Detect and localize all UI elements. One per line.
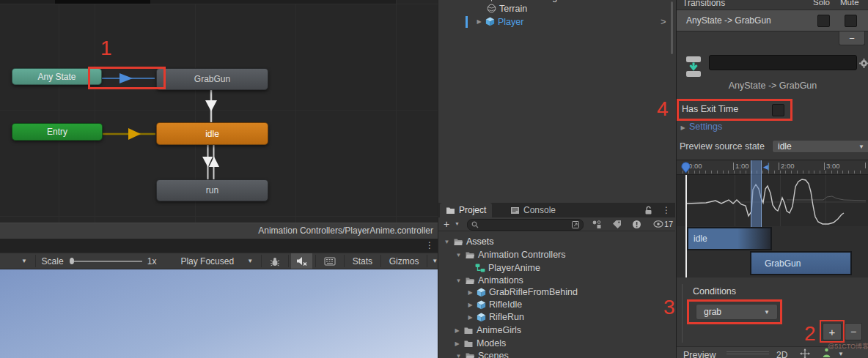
eye-icon[interactable] bbox=[653, 220, 663, 228]
toolbar-divider bbox=[344, 255, 345, 267]
project-search-input[interactable] bbox=[467, 219, 584, 231]
annotation-number-1: 1 bbox=[100, 38, 112, 59]
playhead-line[interactable] bbox=[685, 175, 687, 277]
tree-item-playeranime[interactable]: PlayerAnime bbox=[475, 262, 540, 274]
annotation-box-3 bbox=[687, 299, 782, 324]
search-by-type-icon[interactable] bbox=[592, 220, 602, 229]
collapse-arrow-icon[interactable]: ▼ bbox=[455, 252, 462, 258]
hierarchy-panel: Directional Light Terrain ▶ Player > bbox=[438, 0, 675, 203]
toolbar-divider bbox=[380, 255, 381, 267]
stats-button[interactable]: Stats bbox=[347, 253, 378, 269]
tree-item-animation-controllers[interactable]: ▼ Animation Controllers bbox=[455, 249, 566, 261]
playhead-handle-icon[interactable] bbox=[680, 162, 691, 174]
project-toolbar: + ▼ 17 bbox=[438, 217, 675, 231]
expand-arrow-icon[interactable]: ▶ bbox=[476, 18, 482, 25]
animator-breadcrumb-bar: Animation Controllers/PlayerAnime.contro… bbox=[0, 223, 438, 239]
game-menu-icon[interactable]: ⋮ bbox=[425, 240, 434, 250]
state-node-run[interactable]: run bbox=[156, 179, 268, 201]
clip-bar-idle[interactable]: idle bbox=[687, 227, 772, 250]
animator-graph-canvas[interactable]: Any State GrabGun Entry idle run 1 bbox=[0, 0, 438, 223]
preview-drag-handle[interactable] bbox=[727, 351, 769, 352]
open-search-icon[interactable] bbox=[571, 220, 580, 229]
game-view[interactable] bbox=[0, 269, 438, 358]
debug-bug-button[interactable] bbox=[265, 253, 285, 269]
tree-item-rifleidle[interactable]: ▶ RifleIdle bbox=[467, 299, 522, 310]
settings-foldout-arrow-icon[interactable]: ▶ bbox=[680, 124, 686, 131]
transition-end-marker-icon[interactable]: ◀▏ bbox=[763, 163, 773, 171]
create-asset-chevron-icon[interactable]: ▼ bbox=[455, 221, 460, 226]
preview-drag-handle[interactable] bbox=[727, 354, 769, 354]
prefab-chevron-icon[interactable]: > bbox=[661, 16, 666, 27]
expand-arrow-icon[interactable]: ▶ bbox=[454, 327, 460, 334]
mute-audio-button[interactable] bbox=[291, 253, 312, 269]
collapse-arrow-icon[interactable]: ▼ bbox=[455, 353, 462, 358]
preview-source-dropdown[interactable]: idle ▼ bbox=[772, 140, 868, 153]
game-toolbar: ▼ Scale 1x Play Focused ▼ Stats Gizmos ▼ bbox=[0, 253, 438, 269]
remove-condition-button[interactable]: − bbox=[845, 323, 862, 340]
gizmos-dropdown[interactable]: Gizmos bbox=[384, 253, 424, 269]
annotation-box-4 bbox=[677, 99, 792, 121]
tree-item-models[interactable]: ▶ Models bbox=[454, 338, 506, 349]
console-icon bbox=[510, 206, 520, 215]
tree-item-assets[interactable]: ▼ Assets bbox=[444, 236, 494, 247]
state-node-entry[interactable]: Entry bbox=[12, 123, 103, 141]
create-asset-button[interactable]: + bbox=[444, 218, 449, 230]
expand-arrow-icon[interactable]: ▶ bbox=[454, 340, 460, 347]
shortcuts-button[interactable] bbox=[319, 253, 341, 269]
collapse-arrow-icon[interactable]: ▼ bbox=[444, 239, 450, 245]
annotation-box-1 bbox=[88, 67, 166, 89]
speaker-muted-icon bbox=[296, 256, 307, 266]
hidden-count-icon[interactable] bbox=[632, 220, 641, 229]
clip-bar-grabgun[interactable]: GrabGun bbox=[750, 251, 852, 275]
transition-name-field[interactable] bbox=[709, 55, 857, 70]
project-menu-icon[interactable]: ⋮ bbox=[662, 205, 671, 215]
project-tab-bar: Project Console ⋮ bbox=[438, 203, 675, 217]
tree-item-animations[interactable]: ▼ Animations bbox=[455, 275, 523, 286]
hierarchy-item-player[interactable]: ▶ Player bbox=[476, 15, 523, 28]
transition-list-item[interactable]: AnyState -> GrabGun bbox=[677, 10, 868, 31]
preview-2d-button[interactable]: 2D bbox=[776, 350, 787, 358]
state-node-grabgun[interactable]: GrabGun bbox=[156, 68, 268, 90]
annotation-box-2 bbox=[820, 320, 845, 343]
unity-editor-window: Any State GrabGun Entry idle run 1 Anima… bbox=[0, 0, 868, 358]
solo-checkbox[interactable] bbox=[817, 15, 830, 27]
transition-window-band[interactable] bbox=[751, 160, 762, 228]
transitions-header: Transitions bbox=[683, 0, 725, 8]
inspector-panel: Transitions Solo Mute AnyState -> GrabGu… bbox=[676, 0, 868, 358]
tab-console[interactable]: Console bbox=[504, 203, 562, 217]
collapse-arrow-icon[interactable]: ▼ bbox=[455, 277, 462, 284]
gear-icon[interactable] bbox=[859, 59, 868, 68]
avatar-chevron-icon[interactable]: ▼ bbox=[838, 351, 844, 357]
animator-controller-icon bbox=[475, 263, 485, 273]
scale-slider-track[interactable] bbox=[74, 261, 142, 262]
tree-item-animegirls[interactable]: ▶ AnimeGirls bbox=[454, 324, 521, 336]
hierarchy-scrollbar[interactable] bbox=[671, 1, 673, 54]
breadcrumb: Animation Controllers/PlayerAnime.contro… bbox=[258, 225, 433, 236]
middle-column: Directional Light Terrain ▶ Player > Pro… bbox=[438, 0, 674, 358]
hierarchy-item-terrain[interactable]: Terrain bbox=[487, 2, 527, 15]
expand-arrow-icon[interactable]: ▶ bbox=[467, 289, 474, 296]
folder-open-icon bbox=[465, 352, 475, 358]
tree-item-grabriflefrombehind[interactable]: ▶ GrabRifleFromBehind bbox=[467, 286, 578, 298]
settings-foldout[interactable]: Settings bbox=[689, 122, 722, 132]
transition-timeline[interactable]: 0:00 1:00 2:00 3:00 ◀▏ idle Gr bbox=[677, 160, 868, 277]
tree-item-riflerun[interactable]: ▶ RifleRun bbox=[467, 311, 524, 323]
tab-project[interactable]: Project bbox=[440, 203, 492, 217]
display-dropdown[interactable]: ▼ bbox=[16, 253, 32, 269]
search-by-label-icon[interactable] bbox=[612, 220, 622, 229]
game-panel-header: ⋮ bbox=[0, 239, 438, 253]
model-cube-icon bbox=[477, 288, 486, 297]
lock-icon[interactable] bbox=[644, 206, 652, 215]
remove-transition-button[interactable]: − bbox=[839, 31, 865, 45]
expand-arrow-icon[interactable]: ▶ bbox=[467, 302, 474, 308]
expand-arrow-icon[interactable]: ▶ bbox=[467, 314, 474, 321]
eye-count: 17 bbox=[664, 220, 673, 228]
gizmos-chevron-icon[interactable]: ▼ bbox=[432, 258, 438, 264]
state-node-idle[interactable]: idle bbox=[156, 122, 268, 145]
mute-checkbox[interactable] bbox=[845, 15, 857, 27]
play-focused-dropdown[interactable]: Play Focused ▼ bbox=[175, 253, 258, 269]
tree-item-scenes[interactable]: ▼ Scenes bbox=[455, 350, 509, 358]
move-axis-icon[interactable] bbox=[800, 348, 810, 358]
keyboard-icon bbox=[324, 257, 336, 266]
preview-bar: @51CTO博客 Preview 2D ▼ bbox=[677, 346, 868, 358]
